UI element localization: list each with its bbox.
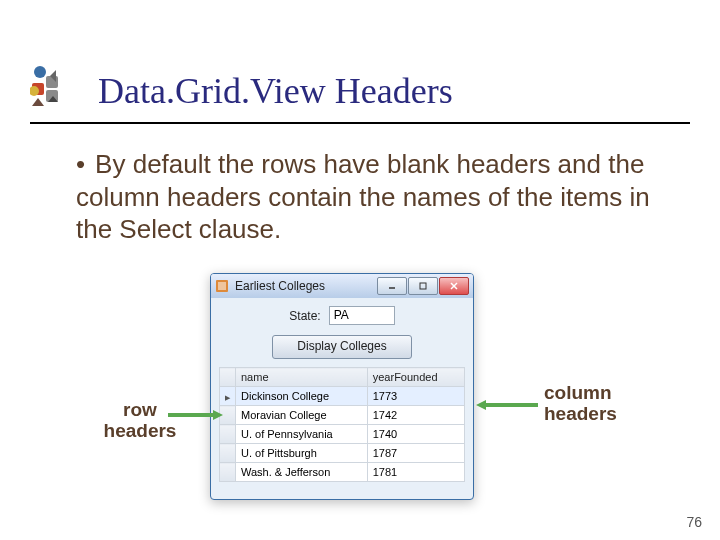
bullet-paragraph: •By default the rows have blank headers … bbox=[76, 148, 676, 246]
state-label: State: bbox=[289, 309, 320, 323]
data-grid[interactable]: name yearFounded Dickinson College 1773 … bbox=[219, 367, 465, 482]
title-underline bbox=[30, 122, 690, 124]
grid-row[interactable]: U. of Pennsylvania 1740 bbox=[220, 425, 465, 444]
svg-marker-15 bbox=[213, 410, 223, 420]
window-controls bbox=[376, 277, 469, 295]
state-row: State: PA bbox=[219, 306, 465, 325]
grid-cell-year[interactable]: 1740 bbox=[367, 425, 464, 444]
maximize-button[interactable] bbox=[408, 277, 438, 295]
svg-marker-16 bbox=[476, 400, 486, 410]
display-colleges-button[interactable]: Display Colleges bbox=[272, 335, 412, 359]
annotation-column-headers: column headers bbox=[544, 383, 617, 425]
svg-marker-5 bbox=[32, 98, 44, 106]
logo-icon bbox=[30, 58, 80, 108]
grid-cell-name[interactable]: U. of Pittsburgh bbox=[236, 444, 368, 463]
grid-row[interactable]: Moravian College 1742 bbox=[220, 406, 465, 425]
grid-cell-name[interactable]: Wash. & Jefferson bbox=[236, 463, 368, 482]
minimize-icon bbox=[388, 282, 396, 290]
grid-cell-name[interactable]: Dickinson College bbox=[236, 387, 368, 406]
svg-rect-11 bbox=[420, 283, 426, 289]
annotation-col-l2: headers bbox=[544, 403, 617, 424]
slide-title: Data.Grid.View Headers bbox=[98, 70, 453, 112]
grid-row[interactable]: Wash. & Jefferson 1781 bbox=[220, 463, 465, 482]
state-input[interactable]: PA bbox=[329, 306, 395, 325]
window-title: Earliest Colleges bbox=[235, 279, 376, 293]
window-titlebar: Earliest Colleges bbox=[211, 274, 473, 298]
app-icon bbox=[215, 279, 229, 293]
bullet-text: By default the rows have blank headers a… bbox=[76, 149, 650, 244]
svg-rect-17 bbox=[486, 403, 538, 407]
grid-row-header[interactable] bbox=[220, 463, 236, 482]
grid-cell-year[interactable]: 1742 bbox=[367, 406, 464, 425]
slide-logo bbox=[30, 58, 80, 108]
minimize-button[interactable] bbox=[377, 277, 407, 295]
grid-corner-header bbox=[220, 368, 236, 387]
grid-row[interactable]: Dickinson College 1773 bbox=[220, 387, 465, 406]
svg-point-3 bbox=[34, 66, 46, 78]
bullet-dot: • bbox=[76, 148, 85, 181]
annotation-row-l1: row bbox=[123, 399, 157, 420]
annotation-row-headers: row headers bbox=[100, 400, 180, 442]
grid-cell-name[interactable]: Moravian College bbox=[236, 406, 368, 425]
grid-col-header-year[interactable]: yearFounded bbox=[367, 368, 464, 387]
grid-row-header[interactable] bbox=[220, 444, 236, 463]
grid-cell-year[interactable]: 1787 bbox=[367, 444, 464, 463]
close-icon bbox=[450, 282, 458, 290]
window-client-area: State: PA Display Colleges name yearFoun… bbox=[211, 298, 473, 490]
annotation-col-l1: column bbox=[544, 382, 612, 403]
grid-col-header-name[interactable]: name bbox=[236, 368, 368, 387]
grid-row-header[interactable] bbox=[220, 425, 236, 444]
maximize-icon bbox=[419, 282, 427, 290]
svg-rect-9 bbox=[218, 282, 226, 290]
close-button[interactable] bbox=[439, 277, 469, 295]
annotation-row-l2: headers bbox=[104, 420, 177, 441]
grid-row-header[interactable] bbox=[220, 387, 236, 406]
grid-cell-name[interactable]: U. of Pennsylvania bbox=[236, 425, 368, 444]
grid-cell-year[interactable]: 1781 bbox=[367, 463, 464, 482]
page-number: 76 bbox=[686, 514, 702, 530]
app-window: Earliest Colleges State: PA Display Coll… bbox=[210, 273, 474, 500]
arrow-column-headers bbox=[476, 400, 538, 410]
grid-cell-year[interactable]: 1773 bbox=[367, 387, 464, 406]
grid-row[interactable]: U. of Pittsburgh 1787 bbox=[220, 444, 465, 463]
slide: Data.Grid.View Headers •By default the r… bbox=[0, 0, 720, 540]
